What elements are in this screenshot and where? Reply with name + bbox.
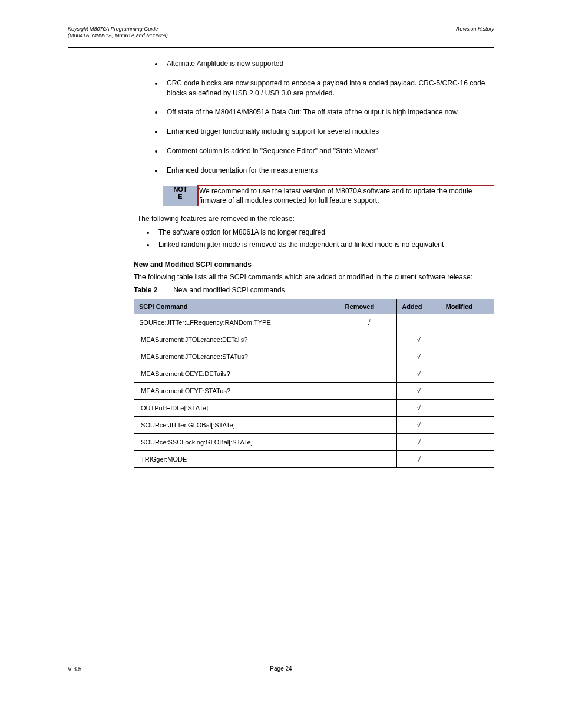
cell-cmd: :OUTPut:EIDLe[:STATe]	[134, 400, 340, 417]
section-intro: The following table lists all the SCPI c…	[134, 272, 494, 282]
cell-added: √	[397, 365, 441, 383]
cell-added: √	[397, 383, 441, 400]
table-header-row: SCPI Command Removed Added Modified	[134, 299, 494, 314]
feature-item: Alternate Amplitude is now supported	[163, 59, 494, 69]
cell-modified	[441, 434, 494, 451]
note-label: NOT E	[163, 186, 199, 206]
feature-item: Enhanced documentation for the measureme…	[163, 166, 494, 176]
feature-item: Enhanced trigger functionality including…	[163, 127, 494, 137]
feature-text: CRC code blocks are now supported to enc…	[167, 79, 485, 97]
table-row: :MEASurement:OEYE:STATus? √	[134, 383, 494, 400]
cell-added: √	[397, 400, 441, 417]
header-left-line2: (M8041A, M8051A, M8061A and M8062A)	[68, 32, 168, 39]
page-footer: V 3.5 Page 24	[68, 666, 494, 672]
header-right-line1: Revision History	[456, 26, 494, 32]
col-removed: Removed	[340, 299, 397, 314]
feature-text: Enhanced trigger functionality including…	[167, 127, 379, 136]
removed-item: The software option for M8061A is no lon…	[155, 228, 494, 238]
cell-cmd: SOURce:JITTer:LFRequency:RANDom:TYPE	[134, 314, 340, 331]
cell-cmd: :SOURce:JITTer:GLOBal[:STATe]	[134, 417, 340, 434]
table-row: :SOURce:JITTer:GLOBal[:STATe] √	[134, 417, 494, 434]
note-body-text: We recommend to use the latest version o…	[199, 187, 472, 205]
header-right: Revision History	[456, 26, 494, 32]
feature-text: Comment column is added in "Sequence Edi…	[167, 147, 378, 155]
removed-item: Linked random jitter mode is removed as …	[155, 240, 494, 250]
cell-added: √	[397, 331, 441, 348]
feature-item: Off state of the M8041A/M8051A Data Out:…	[163, 107, 494, 117]
section-heading: New and Modified SCPI commands	[134, 261, 494, 269]
table-row: :MEASurement:JTOLerance:DETails? √	[134, 331, 494, 348]
note-callout: NOT E We recommend to use the latest ver…	[163, 185, 494, 206]
note-label-line2: E	[178, 193, 182, 200]
cell-modified	[441, 365, 494, 383]
cell-added: √	[397, 451, 441, 468]
col-modified: Modified	[441, 299, 494, 314]
table-caption-row: Table 2 New and modified SCPI commands	[134, 285, 494, 295]
header-left: Keysight M8070A Programming Guide (M8041…	[68, 26, 168, 39]
table-caption-label: Table 2	[134, 286, 157, 294]
cell-removed	[340, 331, 397, 348]
cell-removed	[340, 383, 397, 400]
cell-modified	[441, 451, 494, 468]
cell-added: √	[397, 348, 441, 365]
cell-cmd: :MEASurement:JTOLerance:STATus?	[134, 348, 340, 365]
cell-removed	[340, 417, 397, 434]
feature-item: CRC code blocks are now supported to enc…	[163, 78, 494, 98]
cell-modified	[441, 417, 494, 434]
col-added: Added	[397, 299, 441, 314]
feature-text: Enhanced documentation for the measureme…	[167, 166, 318, 174]
cell-cmd: :TRIGger:MODE	[134, 451, 340, 468]
table-caption-text: New and modified SCPI commands	[173, 286, 285, 294]
cell-removed	[340, 434, 397, 451]
cell-modified	[441, 400, 494, 417]
feature-text: Off state of the M8041A/M8051A Data Out:…	[167, 108, 459, 116]
table-row: SOURce:JITTer:LFRequency:RANDom:TYPE √	[134, 314, 494, 331]
header-rule	[68, 47, 494, 48]
feature-list: Alternate Amplitude is now supported CRC…	[134, 59, 494, 176]
col-command: SCPI Command	[134, 299, 340, 314]
cell-added: √	[397, 417, 441, 434]
cell-modified	[441, 348, 494, 365]
cell-removed: √	[340, 314, 397, 331]
table-row: :SOURce:SSCLocking:GLOBal[:STATe] √	[134, 434, 494, 451]
feature-item: Comment column is added in "Sequence Edi…	[163, 146, 494, 156]
cell-removed	[340, 400, 397, 417]
cell-modified	[441, 331, 494, 348]
table-row: :MEASurement:OEYE:DETails? √	[134, 365, 494, 383]
cell-added	[397, 314, 441, 331]
cell-modified	[441, 314, 494, 331]
table-row: :OUTPut:EIDLe[:STATe] √	[134, 400, 494, 417]
removed-intro: The following features are removed in th…	[134, 214, 494, 224]
cell-added: √	[397, 434, 441, 451]
table-row: :MEASurement:JTOLerance:STATus? √	[134, 348, 494, 365]
cell-cmd: :MEASurement:OEYE:STATus?	[134, 383, 340, 400]
feature-text: Alternate Amplitude is now supported	[167, 60, 283, 68]
removed-text: Linked random jitter mode is removed as …	[158, 241, 444, 249]
removed-list: The software option for M8061A is no lon…	[134, 228, 494, 250]
cell-cmd: :MEASurement:OEYE:DETails?	[134, 365, 340, 383]
header-left-line1: Keysight M8070A Programming Guide	[68, 26, 168, 32]
removed-text: The software option for M8061A is no lon…	[158, 228, 325, 236]
cell-cmd: :MEASurement:JTOLerance:DETails?	[134, 331, 340, 348]
footer-page-number: Page 24	[68, 666, 494, 672]
scpi-table: SCPI Command Removed Added Modified SOUR…	[134, 299, 494, 468]
cell-cmd: :SOURce:SSCLocking:GLOBal[:STATe]	[134, 434, 340, 451]
note-body: We recommend to use the latest version o…	[199, 186, 495, 206]
cell-removed	[340, 451, 397, 468]
cell-modified	[441, 383, 494, 400]
note-label-line1: NOT	[173, 186, 187, 193]
cell-removed	[340, 365, 397, 383]
table-row: :TRIGger:MODE √	[134, 451, 494, 468]
cell-removed	[340, 348, 397, 365]
